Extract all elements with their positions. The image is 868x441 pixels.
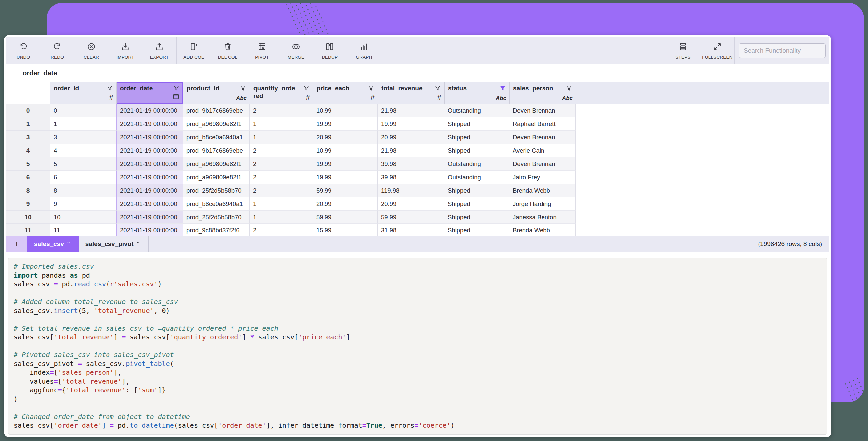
- cell-order_id[interactable]: 0: [50, 104, 117, 117]
- row-index-cell[interactable]: 0: [6, 104, 50, 117]
- cell-quantity_ordered[interactable]: 2: [250, 224, 313, 236]
- cell-status[interactable]: Outstanding: [444, 157, 509, 171]
- cell-total_revenue[interactable]: 19.99: [378, 117, 444, 130]
- row-index-cell[interactable]: 6: [6, 171, 50, 184]
- cell-order_date[interactable]: 2021-01-19 00:00:00: [117, 144, 183, 157]
- column-header-quantity_ordered[interactable]: quantity_ordered#: [250, 82, 313, 104]
- filter-icon[interactable]: [173, 84, 180, 92]
- filter-icon[interactable]: [434, 84, 442, 92]
- formula-bar[interactable]: order_date: [6, 64, 829, 82]
- toolbar-button-import[interactable]: IMPORT: [108, 37, 143, 64]
- cell-order_date[interactable]: 2021-01-19 00:00:00: [117, 197, 183, 210]
- cell-order_date[interactable]: 2021-01-19 00:00:00: [117, 184, 183, 197]
- cell-quantity_ordered[interactable]: 1: [250, 117, 313, 130]
- toolbar-button-merge[interactable]: MERGE: [279, 37, 313, 64]
- cell-order_date[interactable]: 2021-01-19 00:00:00: [117, 157, 183, 171]
- cell-status[interactable]: Outstanding: [444, 171, 509, 184]
- row-index-cell[interactable]: 5: [6, 157, 50, 171]
- cell-quantity_ordered[interactable]: 1: [250, 210, 313, 224]
- toolbar-button-del-col[interactable]: DEL COL: [211, 37, 245, 64]
- cell-status[interactable]: Shipped: [444, 197, 509, 210]
- cell-total_revenue[interactable]: 39.98: [378, 157, 444, 171]
- cell-product_id[interactable]: prod_b8ce0a6940a1: [183, 130, 250, 144]
- toolbar-button-export[interactable]: EXPORT: [143, 37, 176, 64]
- cell-order_id[interactable]: 8: [50, 184, 117, 197]
- filter-icon[interactable]: [565, 84, 573, 92]
- cell-price_each[interactable]: 19.99: [313, 157, 378, 171]
- column-header-order_id[interactable]: order_id#: [50, 82, 117, 104]
- toolbar-button-graph[interactable]: GRAPH: [347, 37, 381, 64]
- toolbar-button-dedup[interactable]: DEDUP: [313, 37, 347, 64]
- cell-total_revenue[interactable]: 31.98: [378, 224, 444, 236]
- cell-price_each[interactable]: 59.99: [313, 184, 378, 197]
- filter-icon[interactable]: [239, 84, 247, 92]
- column-header-product_id[interactable]: product_idAbc: [183, 82, 250, 104]
- add-sheet-button[interactable]: +: [6, 236, 27, 252]
- toolbar-button-steps[interactable]: STEPS: [666, 37, 700, 64]
- cell-product_id[interactable]: prod_a969809e82f1: [183, 117, 250, 130]
- cell-order_date[interactable]: 2021-01-19 00:00:00: [117, 224, 183, 236]
- cell-quantity_ordered[interactable]: 1: [250, 130, 313, 144]
- cell-order_id[interactable]: 4: [50, 144, 117, 157]
- column-header-price_each[interactable]: price_each#: [313, 82, 378, 104]
- cell-sales_person[interactable]: Jorge Harding: [509, 197, 576, 210]
- cell-total_revenue[interactable]: 119.98: [378, 184, 444, 197]
- cell-status[interactable]: Shipped: [444, 184, 509, 197]
- cell-sales_person[interactable]: Janessa Benton: [509, 210, 576, 224]
- cell-total_revenue[interactable]: 20.99: [378, 130, 444, 144]
- cell-price_each[interactable]: 10.99: [313, 144, 378, 157]
- cell-price_each[interactable]: 20.99: [313, 130, 378, 144]
- cell-price_each[interactable]: 10.99: [313, 104, 378, 117]
- cell-sales_person[interactable]: Jairo Frey: [509, 171, 576, 184]
- cell-status[interactable]: Outstanding: [444, 104, 509, 117]
- cell-sales_person[interactable]: Deven Brennan: [509, 104, 576, 117]
- cell-order_date[interactable]: 2021-01-19 00:00:00: [117, 130, 183, 144]
- cell-status[interactable]: Shipped: [444, 117, 509, 130]
- cell-product_id[interactable]: prod_b8ce0a6940a1: [183, 197, 250, 210]
- cell-sales_person[interactable]: Deven Brennan: [509, 157, 576, 171]
- cell-product_id[interactable]: prod_25f2d5b58b70: [183, 184, 250, 197]
- toolbar-button-redo[interactable]: REDO: [40, 37, 74, 64]
- cell-status[interactable]: Shipped: [444, 210, 509, 224]
- cell-product_id[interactable]: prod_a969809e82f1: [183, 171, 250, 184]
- column-header-status[interactable]: statusAbc: [445, 82, 509, 104]
- cell-quantity_ordered[interactable]: 2: [250, 144, 313, 157]
- toolbar-button-undo[interactable]: UNDO: [6, 37, 40, 64]
- cell-price_each[interactable]: 59.99: [313, 210, 378, 224]
- row-index-cell[interactable]: 10: [6, 210, 50, 224]
- cell-total_revenue[interactable]: 59.99: [378, 210, 444, 224]
- cell-total_revenue[interactable]: 21.98: [378, 144, 444, 157]
- filter-icon[interactable]: [106, 84, 114, 92]
- column-header-sales_person[interactable]: sales_personAbc: [509, 82, 576, 104]
- cell-status[interactable]: Shipped: [444, 144, 509, 157]
- cell-price_each[interactable]: 19.99: [313, 171, 378, 184]
- cell-order_id[interactable]: 11: [50, 224, 117, 236]
- row-index-cell[interactable]: 9: [6, 197, 50, 210]
- cell-order_date[interactable]: 2021-01-19 00:00:00: [117, 104, 183, 117]
- cell-order_date[interactable]: 2021-01-19 00:00:00: [117, 171, 183, 184]
- filter-icon[interactable]: [302, 84, 310, 92]
- cell-price_each[interactable]: 19.99: [313, 117, 378, 130]
- cell-price_each[interactable]: 15.99: [313, 224, 378, 236]
- cell-order_id[interactable]: 9: [50, 197, 117, 210]
- cell-sales_person[interactable]: Deven Brennan: [509, 130, 576, 144]
- cell-order_id[interactable]: 5: [50, 157, 117, 171]
- toolbar-button-add-col[interactable]: ADD COL: [177, 37, 211, 64]
- cell-order_date[interactable]: 2021-01-19 00:00:00: [117, 117, 183, 130]
- row-index-cell[interactable]: 11: [6, 224, 50, 236]
- cell-total_revenue[interactable]: 39.98: [378, 171, 444, 184]
- cell-order_id[interactable]: 6: [50, 171, 117, 184]
- sheet-tab-sales_csv_pivot[interactable]: sales_csv_pivot: [79, 236, 149, 252]
- column-header-total_revenue[interactable]: total_revenue#: [378, 82, 445, 104]
- cell-order_date[interactable]: 2021-01-19 00:00:00: [117, 210, 183, 224]
- cell-sales_person[interactable]: Averie Cain: [509, 144, 576, 157]
- cell-total_revenue[interactable]: 21.98: [378, 104, 444, 117]
- cell-sales_person[interactable]: Brenda Webb: [509, 184, 576, 197]
- cell-product_id[interactable]: prod_9b17c6869ebe: [183, 104, 250, 117]
- cell-order_id[interactable]: 3: [50, 130, 117, 144]
- cell-sales_person[interactable]: Brenda Webb: [509, 224, 576, 236]
- cell-product_id[interactable]: prod_9b17c6869ebe: [183, 144, 250, 157]
- column-header-order_date[interactable]: order_date: [117, 82, 183, 104]
- cell-status[interactable]: Shipped: [444, 224, 509, 236]
- toolbar-button-pivot[interactable]: PIVOT: [245, 37, 279, 64]
